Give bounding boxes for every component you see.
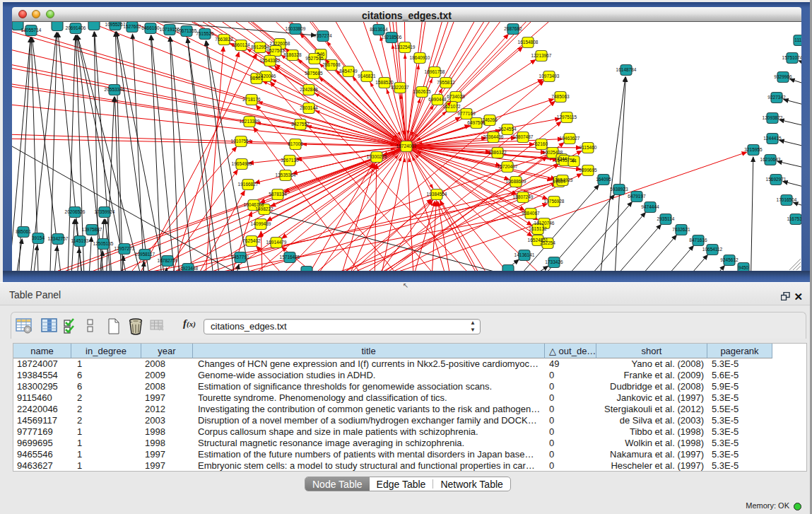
- svg-text:2935114: 2935114: [657, 216, 675, 221]
- svg-text:6734028: 6734028: [447, 94, 465, 99]
- svg-text:9245612: 9245612: [720, 257, 739, 262]
- svg-text:8960124: 8960124: [232, 42, 250, 47]
- svg-text:10958117: 10958117: [135, 252, 155, 257]
- svg-text:2867608: 2867608: [322, 62, 341, 67]
- svg-text:15692971: 15692971: [766, 177, 787, 182]
- svg-text:7663822: 7663822: [215, 37, 233, 42]
- svg-text:5878334: 5878334: [269, 192, 287, 197]
- svg-text:1615132: 1615132: [529, 226, 547, 231]
- svg-text:6990448: 6990448: [428, 97, 447, 102]
- svg-text:7625402: 7625402: [242, 238, 261, 243]
- svg-text:19166827: 19166827: [238, 182, 259, 187]
- svg-text:15716485: 15716485: [280, 255, 300, 259]
- svg-text:2242848: 2242848: [300, 87, 318, 92]
- svg-text:17359924: 17359924: [95, 209, 115, 214]
- svg-text:9227342: 9227342: [767, 95, 786, 100]
- svg-text:164095: 164095: [596, 177, 611, 182]
- svg-text:9527505: 9527505: [305, 56, 324, 61]
- svg-text:7515526: 7515526: [196, 31, 214, 36]
- svg-text:11923448: 11923448: [178, 266, 199, 271]
- svg-text:10973493: 10973493: [539, 74, 560, 78]
- svg-text:98901: 98901: [250, 76, 263, 81]
- svg-text:12505135: 12505135: [93, 241, 114, 246]
- svg-text:15751074: 15751074: [782, 55, 801, 60]
- svg-text:10025438: 10025438: [543, 150, 563, 155]
- svg-text:19384554: 19384554: [427, 192, 447, 197]
- svg-text:2718176: 2718176: [242, 97, 261, 102]
- svg-text:19654985: 19654985: [232, 161, 252, 166]
- svg-text:23226058: 23226058: [270, 41, 290, 46]
- svg-text:10688609: 10688609: [506, 179, 526, 184]
- svg-text:13325419: 13325419: [395, 45, 416, 49]
- svg-text:6466160: 6466160: [141, 25, 160, 30]
- svg-text:16154808: 16154808: [518, 40, 539, 45]
- svg-text:14055714: 14055714: [21, 28, 42, 33]
- svg-text:16914479: 16914479: [266, 240, 287, 245]
- svg-text:8322037: 8322037: [391, 85, 409, 90]
- svg-text:19463627: 19463627: [560, 136, 580, 141]
- svg-text:19756928: 19756928: [544, 199, 565, 204]
- svg-text:12093872: 12093872: [763, 115, 783, 120]
- svg-text:20206526: 20206526: [65, 209, 86, 214]
- svg-text:9899695: 9899695: [579, 168, 597, 173]
- svg-text:12213967: 12213967: [531, 53, 552, 58]
- svg-text:7955812: 7955812: [437, 80, 455, 85]
- svg-text:9457791: 9457791: [231, 255, 249, 259]
- svg-text:8813014: 8813014: [370, 27, 388, 32]
- svg-text:252254: 252254: [540, 240, 555, 245]
- svg-text:1621072: 1621072: [442, 104, 461, 109]
- svg-text:1167534: 1167534: [787, 216, 801, 221]
- svg-text:19218506: 19218506: [382, 35, 402, 40]
- svg-text:2687682: 2687682: [504, 26, 522, 31]
- svg-text:16148784: 16148784: [616, 67, 637, 72]
- svg-text:7632621: 7632621: [672, 227, 690, 232]
- svg-text:20691406: 20691406: [66, 25, 86, 30]
- svg-text:5938923: 5938923: [610, 187, 628, 192]
- svg-text:9474444: 9474444: [641, 204, 659, 209]
- svg-text:1498222: 1498222: [255, 206, 273, 211]
- svg-text:1733426: 1733426: [545, 259, 563, 264]
- svg-text:10671355: 10671355: [177, 28, 197, 33]
- svg-text:16120746: 16120746: [534, 221, 555, 226]
- svg-text:18724007: 18724007: [396, 144, 417, 148]
- svg-text:8186328: 8186328: [283, 52, 302, 57]
- svg-text:18807249: 18807249: [513, 194, 534, 199]
- svg-text:20364436: 20364436: [483, 134, 504, 139]
- svg-text:8454749: 8454749: [339, 69, 358, 74]
- svg-text:3267130: 3267130: [281, 158, 299, 163]
- svg-text:16210643: 16210643: [760, 157, 781, 162]
- svg-text:13975887: 13975887: [82, 227, 102, 232]
- svg-text:3624554: 3624554: [498, 127, 517, 132]
- svg-text:1117: 1117: [794, 37, 801, 42]
- svg-text:10543382: 10543382: [260, 58, 281, 63]
- svg-text:5875685: 5875685: [305, 71, 323, 76]
- svg-text:10107554: 10107554: [231, 139, 252, 144]
- svg-text:3215955: 3215955: [744, 147, 763, 152]
- svg-text:10654112: 10654112: [702, 247, 723, 252]
- svg-text:16782759: 16782759: [158, 258, 178, 263]
- svg-text:16033809: 16033809: [286, 26, 306, 31]
- svg-text:9777169: 9777169: [457, 111, 476, 116]
- svg-text:2386322: 2386322: [488, 150, 507, 155]
- svg-text:9384067: 9384067: [522, 211, 540, 216]
- svg-text:44: 44: [571, 158, 577, 163]
- svg-text:12975115: 12975115: [557, 115, 577, 119]
- svg-text:7357274: 7357274: [314, 33, 332, 38]
- svg-text:20553346: 20553346: [105, 87, 125, 92]
- svg-text:2803144: 2803144: [300, 105, 318, 110]
- svg-text:18640910: 18640910: [410, 55, 430, 60]
- svg-text:9115460: 9115460: [579, 145, 597, 150]
- svg-text:13535364: 13535364: [276, 173, 296, 177]
- svg-text:62160: 62160: [535, 141, 548, 146]
- svg-text:15720407: 15720407: [498, 164, 518, 169]
- svg-text:1145193: 1145193: [71, 238, 89, 243]
- svg-text:39154: 39154: [32, 235, 45, 240]
- svg-text:13654923: 13654923: [553, 177, 573, 182]
- svg-text:817006: 817006: [288, 141, 303, 146]
- svg-text:885061: 885061: [16, 229, 31, 234]
- svg-text:8471616: 8471616: [689, 238, 707, 243]
- svg-text:6479197: 6479197: [628, 194, 646, 199]
- svg-text:14136141: 14136141: [514, 252, 535, 257]
- svg-text:16961758: 16961758: [425, 69, 445, 74]
- svg-text:12342757: 12342757: [48, 236, 69, 241]
